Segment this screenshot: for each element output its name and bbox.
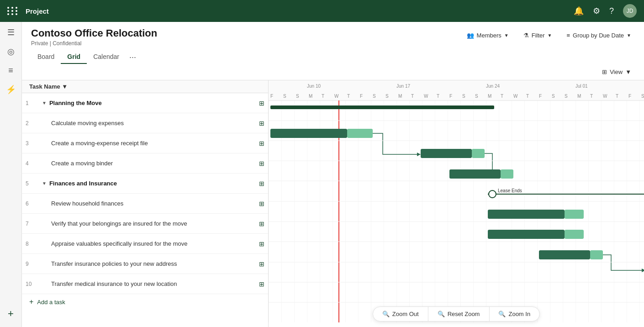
task-link-icon: ⊞ (259, 120, 264, 127)
table-row[interactable]: 2 Calculate moving expenses ⊞ (22, 113, 268, 133)
table-row[interactable]: 7 Verify that your belongings are insure… (22, 214, 268, 234)
collapse-icon[interactable]: ▼ (42, 100, 47, 105)
tasks-icon[interactable]: ≡ (8, 66, 13, 75)
group-by-button[interactable]: ≡ Group by Due Date ▼ (563, 30, 635, 41)
svg-text:F: F (449, 94, 452, 99)
gantt-chart: Jun 10 Jun 17 Jun 24 Jul 01 F S S M T W … (269, 80, 644, 327)
svg-text:S: S (565, 94, 568, 99)
task-link-icon: ⊞ (259, 220, 264, 227)
svg-text:T: T (411, 94, 414, 99)
svg-text:F: F (270, 94, 273, 99)
app-title: Project (26, 7, 566, 15)
zoom-in-button[interactable]: 🔍 Zoom In (489, 307, 539, 321)
svg-text:S: S (283, 94, 286, 99)
gantt-bar-task-6-light (565, 210, 584, 219)
table-row[interactable]: 10 Transfer medical insurance to your ne… (22, 274, 268, 294)
task-link-icon: ⊞ (259, 180, 264, 187)
project-title: Contoso Office Relocation (31, 27, 157, 39)
top-navigation: Project 🔔 ⚙ ? JD (0, 0, 644, 22)
collapse-icon[interactable]: ▼ (42, 181, 47, 186)
table-row[interactable]: 9 Transfer insurance policies to your ne… (22, 254, 268, 274)
members-button[interactable]: 👥 Members ▼ (463, 30, 512, 41)
project-subtitle: Private | Confidential (31, 40, 157, 47)
avatar[interactable]: JD (623, 4, 637, 18)
svg-text:T: T (322, 94, 324, 99)
help-icon[interactable]: ? (609, 6, 614, 16)
filter-button[interactable]: ⚗ Filter ▼ (520, 30, 556, 41)
week-label-jun24: Jun 24 (486, 84, 500, 89)
zoom-out-icon: 🔍 (382, 311, 390, 317)
svg-text:W: W (424, 94, 428, 99)
group-icon: ≡ (566, 32, 570, 39)
svg-rect-2 (269, 80, 644, 100)
chevron-down-icon: ▼ (548, 33, 552, 38)
table-row[interactable]: 8 Appraise valuables specifically insure… (22, 234, 268, 254)
reset-zoom-button[interactable]: 🔍 Reset Zoom (428, 307, 490, 321)
gantt-svg: Jun 10 Jun 17 Jun 24 Jul 01 F S S M T W … (269, 80, 644, 322)
week-label-jun17: Jun 17 (396, 84, 410, 89)
milestone-label: Lease Ends (498, 188, 522, 193)
zoom-controls: 🔍 Zoom Out 🔍 Reset Zoom 🔍 Zoom In (373, 306, 540, 322)
table-row[interactable]: 3 Create a moving-expense receipt file ⊞ (22, 133, 268, 153)
more-tabs-icon[interactable]: ··· (126, 51, 140, 64)
svg-text:T: T (526, 94, 529, 99)
gantt-bar-group-1 (270, 105, 494, 109)
svg-text:S: S (552, 94, 555, 99)
tab-calendar[interactable]: Calendar (87, 50, 126, 64)
header-bar: Contoso Office Relocation Private | Conf… (22, 22, 644, 47)
gantt-bar-task-3-dark (421, 149, 472, 158)
chevron-down-icon: ▼ (504, 33, 509, 38)
svg-text:T: T (590, 94, 593, 99)
filter-icon: ⚗ (523, 32, 529, 39)
home-icon[interactable]: ◎ (7, 47, 15, 57)
gantt-bar-task-4-dark (449, 169, 501, 179)
add-icon: + (29, 298, 33, 306)
settings-icon[interactable]: ⚙ (593, 6, 600, 16)
tab-grid[interactable]: Grid (61, 50, 87, 64)
svg-text:S: S (641, 94, 644, 99)
sidebar-add-icon[interactable]: + (8, 308, 14, 320)
svg-text:T: T (616, 94, 618, 99)
task-link-icon: ⊞ (259, 140, 264, 147)
tab-board[interactable]: Board (31, 50, 61, 64)
tabs-row: Board Grid Calendar ··· (22, 47, 644, 64)
svg-text:M: M (398, 94, 402, 99)
table-header: Task Name ▼ (22, 80, 268, 93)
table-row[interactable]: 5 ▼ Finances and Insurance ⊞ (22, 174, 268, 194)
content-area: Task Name ▼ 1 ▼ Planning the Move ⊞ 2 Ca… (22, 80, 644, 327)
table-row[interactable]: 6 Review household finances ⊞ (22, 194, 268, 214)
menu-icon[interactable]: ☰ (7, 27, 15, 37)
gantt-bar-task-8-dark (539, 250, 590, 259)
gantt-bar-task-7-dark (488, 230, 565, 239)
task-link-icon: ⊞ (259, 240, 264, 248)
chevron-down-icon: ▼ (625, 69, 631, 75)
nav-icons: 🔔 ⚙ ? JD (574, 4, 637, 18)
gantt-icon[interactable]: ⚡ (6, 84, 16, 95)
gantt-bar-task-8-light (590, 250, 603, 259)
toolbar-row: ⊞ View ▼ (22, 64, 644, 80)
task-link-icon: ⊞ (259, 280, 264, 288)
add-task-row[interactable]: + Add a task (22, 294, 268, 310)
view-button[interactable]: ⊞ View ▼ (598, 67, 635, 77)
svg-text:F: F (628, 94, 631, 99)
svg-text:T: T (501, 94, 503, 99)
header-actions: 👥 Members ▼ ⚗ Filter ▼ ≡ Group by Due Da… (463, 30, 635, 41)
gantt-bar-task-2-light (347, 129, 373, 138)
zoom-out-button[interactable]: 🔍 Zoom Out (373, 307, 428, 321)
reset-zoom-icon: 🔍 (438, 311, 445, 317)
table-row[interactable]: 4 Create a moving binder ⊞ (22, 153, 268, 174)
left-sidebar: ☰ ◎ ≡ ⚡ + (0, 22, 22, 327)
notification-icon[interactable]: 🔔 (574, 6, 584, 16)
milestone-circle (489, 190, 496, 198)
svg-text:T: T (437, 94, 439, 99)
svg-text:M: M (488, 94, 491, 99)
svg-text:T: T (347, 94, 350, 99)
svg-text:F: F (539, 94, 542, 99)
apps-icon[interactable] (7, 7, 18, 15)
task-link-icon: ⊞ (259, 100, 264, 107)
gantt-bar-task-6-dark (488, 210, 565, 219)
table-row[interactable]: 1 ▼ Planning the Move ⊞ (22, 93, 268, 113)
task-name-column-header[interactable]: Task Name ▼ (29, 83, 68, 90)
task-table: Task Name ▼ 1 ▼ Planning the Move ⊞ 2 Ca… (22, 80, 269, 327)
svg-text:M: M (309, 94, 312, 99)
